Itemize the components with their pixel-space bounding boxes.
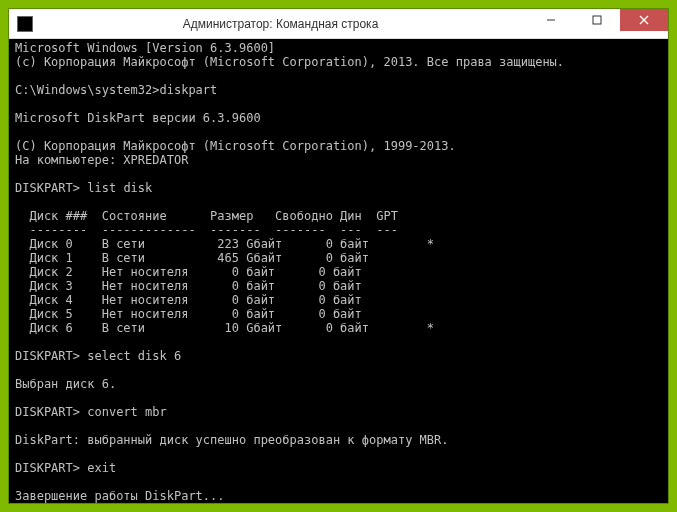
diskpart-version: Microsoft DiskPart версии 6.3.9600	[15, 111, 261, 125]
diskpart-copyright: (C) Корпорация Майкрософт (Microsoft Cor…	[15, 139, 456, 153]
maximize-icon	[592, 15, 602, 25]
close-button[interactable]	[620, 9, 668, 31]
diskpart-prompt: DISKPART>	[15, 405, 80, 419]
command-prompt-window: Администратор: Командная строка Microsof…	[8, 8, 669, 504]
disk-row: Диск 3 Нет носителя 0 байт 0 байт	[15, 279, 362, 293]
maximize-button[interactable]	[574, 9, 620, 31]
disk-row: Диск 0 В сети 223 Gбайт 0 байт *	[15, 237, 434, 251]
window-title: Администратор: Командная строка	[33, 17, 528, 31]
disk-table-divider: -------- ------------- ------- ------- -…	[15, 223, 398, 237]
disk-row: Диск 6 В сети 10 Gбайт 0 байт *	[15, 321, 434, 335]
command-diskpart: diskpart	[160, 83, 218, 97]
disk-table-header: Диск ### Состояние Размер Свободно Дин G…	[15, 209, 398, 223]
diskpart-prompt: DISKPART>	[15, 461, 80, 475]
window-controls	[528, 9, 668, 38]
titlebar[interactable]: Администратор: Командная строка	[9, 9, 668, 39]
diskpart-computer: На компьютере: XPREDATOR	[15, 153, 188, 167]
diskpart-prompt: DISKPART>	[15, 349, 80, 363]
command-exit: exit	[87, 461, 116, 475]
diskpart-prompt: DISKPART>	[15, 181, 80, 195]
msg-converted: DiskPart: выбранный диск успешно преобра…	[15, 433, 448, 447]
disk-row: Диск 4 Нет носителя 0 байт 0 байт	[15, 293, 362, 307]
command-convert-mbr: convert mbr	[87, 405, 166, 419]
disk-row: Диск 2 Нет носителя 0 байт 0 байт	[15, 265, 362, 279]
prompt: C:\Windows\system32>	[15, 83, 160, 97]
minimize-button[interactable]	[528, 9, 574, 31]
minimize-icon	[546, 15, 556, 25]
cmd-icon	[17, 16, 33, 32]
os-version-line: Microsoft Windows [Version 6.3.9600]	[15, 41, 275, 55]
os-copyright-line: (c) Корпорация Майкрософт (Microsoft Cor…	[15, 55, 564, 69]
svg-rect-1	[593, 16, 601, 24]
msg-exit: Завершение работы DiskPart...	[15, 489, 225, 503]
close-icon	[639, 15, 649, 25]
disk-row: Диск 1 В сети 465 Gбайт 0 байт	[15, 251, 369, 265]
disk-row: Диск 5 Нет носителя 0 байт 0 байт	[15, 307, 362, 321]
command-list-disk: list disk	[87, 181, 152, 195]
command-select-disk: select disk 6	[87, 349, 181, 363]
msg-disk-selected: Выбран диск 6.	[15, 377, 116, 391]
terminal-area[interactable]: Microsoft Windows [Version 6.3.9600] (c)…	[9, 39, 668, 503]
